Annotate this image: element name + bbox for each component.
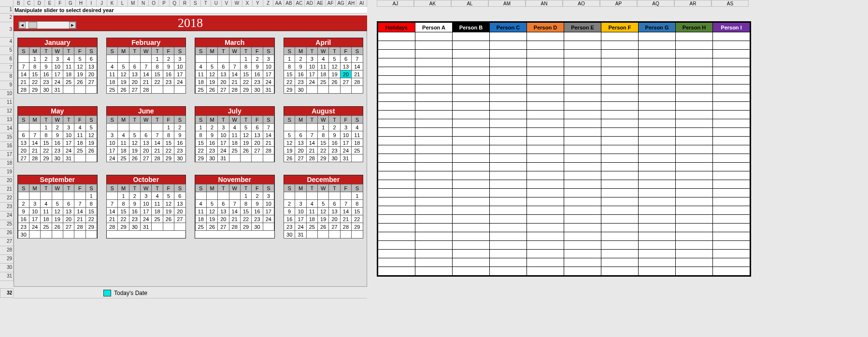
day-cell[interactable]: 23 [251, 215, 263, 223]
person-cell[interactable] [415, 189, 453, 197]
day-cell[interactable]: 7 [340, 199, 352, 208]
person-cell[interactable] [415, 93, 453, 102]
slider-right-arrow[interactable]: ► [69, 22, 76, 28]
person-cell[interactable] [601, 145, 639, 154]
person-cell[interactable] [453, 102, 490, 111]
person-cell[interactable] [490, 111, 527, 119]
day-cell[interactable]: 3 [295, 199, 306, 208]
day-cell[interactable]: 1 [351, 192, 363, 200]
person-cell[interactable] [564, 215, 601, 224]
day-cell[interactable]: 2 [284, 199, 295, 208]
day-cell[interactable]: 16 [52, 139, 63, 147]
day-cell[interactable]: 19 [240, 139, 252, 147]
day-cell[interactable]: 22 [151, 78, 163, 86]
day-cell[interactable]: 21 [306, 146, 318, 154]
day-cell[interactable]: 24 [263, 78, 274, 86]
day-cell[interactable]: 19 [117, 78, 129, 86]
day-cell[interactable]: 1 [151, 55, 163, 63]
person-cell[interactable] [453, 119, 490, 128]
person-cell[interactable] [490, 41, 527, 50]
day-cell[interactable]: 4 [195, 62, 207, 70]
person-cell[interactable] [378, 119, 415, 128]
day-cell[interactable]: 2 [251, 55, 263, 63]
day-cell[interactable]: 22 [240, 215, 252, 223]
person-cell[interactable] [453, 232, 490, 241]
person-cell[interactable] [639, 67, 676, 76]
person-cell[interactable] [676, 128, 713, 137]
day-cell[interactable]: 25 [306, 223, 318, 231]
day-cell[interactable]: 8 [240, 62, 252, 70]
person-cell[interactable] [453, 258, 490, 267]
person-cell[interactable] [378, 102, 415, 111]
day-cell[interactable]: 18 [117, 146, 129, 154]
person-cell[interactable] [564, 32, 601, 41]
person-cell[interactable] [415, 32, 453, 41]
day-cell[interactable]: 11 [195, 70, 207, 78]
person-cell[interactable] [415, 67, 453, 76]
person-cell[interactable] [490, 215, 527, 224]
day-cell[interactable]: 11 [74, 131, 85, 139]
row-header-28[interactable]: 28 [0, 246, 14, 255]
person-cell[interactable] [601, 50, 639, 58]
day-cell[interactable]: 6 [217, 62, 229, 70]
day-cell[interactable]: 24 [140, 215, 152, 223]
col-header-AM[interactable]: AM [488, 0, 526, 7]
day-cell[interactable]: 24 [340, 146, 352, 154]
day-cell[interactable]: 4 [106, 62, 118, 70]
col-header-U[interactable]: U [211, 0, 222, 7]
person-cell[interactable] [639, 189, 676, 197]
person-cell[interactable] [415, 250, 453, 258]
person-cell[interactable] [378, 197, 415, 206]
day-cell[interactable]: 8 [351, 199, 363, 208]
person-cell[interactable] [490, 154, 527, 163]
day-cell[interactable]: 1 [317, 123, 329, 131]
day-cell[interactable]: 10 [217, 131, 229, 139]
person-cell[interactable] [490, 163, 527, 171]
day-cell[interactable]: 17 [106, 146, 118, 154]
day-cell[interactable]: 20 [295, 146, 306, 154]
person-cell[interactable] [415, 145, 453, 154]
person-cell[interactable] [639, 163, 676, 171]
person-cell[interactable] [527, 189, 564, 197]
person-cell[interactable] [676, 189, 713, 197]
day-cell[interactable]: 6 [340, 55, 352, 63]
person-cell[interactable] [453, 137, 490, 145]
person-cell[interactable] [564, 67, 601, 76]
person-cell[interactable] [564, 250, 601, 258]
day-cell[interactable]: 18 [195, 215, 207, 223]
person-cell[interactable] [453, 58, 490, 67]
day-cell[interactable]: 13 [217, 207, 229, 215]
day-cell[interactable]: 2 [40, 55, 52, 63]
row-header-13[interactable]: 13 [0, 116, 14, 125]
day-cell[interactable]: 7 [151, 131, 163, 139]
day-cell[interactable]: 28 [29, 154, 41, 162]
person-cell[interactable] [378, 41, 415, 50]
day-cell[interactable]: 13 [63, 207, 74, 215]
day-cell[interactable]: 7 [351, 55, 363, 63]
person-cell[interactable] [378, 137, 415, 145]
day-cell[interactable]: 26 [129, 154, 141, 162]
day-cell[interactable]: 3 [306, 55, 318, 63]
day-cell[interactable]: 3 [340, 123, 352, 131]
day-cell[interactable]: 5 [52, 199, 63, 208]
person-cell[interactable] [676, 102, 713, 111]
person-cell[interactable] [713, 241, 750, 250]
day-cell[interactable]: 23 [295, 78, 306, 86]
person-cell[interactable] [490, 258, 527, 267]
person-cell[interactable] [676, 224, 713, 232]
col-header-AR[interactable]: AR [674, 0, 711, 7]
col-header-N[interactable]: N [138, 0, 149, 7]
day-cell[interactable]: 23 [18, 223, 29, 231]
person-cell[interactable] [490, 145, 527, 154]
day-cell[interactable]: 30 [40, 85, 52, 94]
day-cell[interactable]: 12 [117, 70, 129, 78]
person-cell[interactable] [453, 215, 490, 224]
person-cell[interactable] [453, 180, 490, 189]
year-slider[interactable]: ◄ ► [18, 21, 76, 29]
day-cell[interactable]: 14 [229, 70, 241, 78]
person-cell[interactable] [564, 50, 601, 58]
person-cell[interactable] [601, 76, 639, 84]
person-cell[interactable] [453, 76, 490, 84]
col-header-H[interactable]: H [76, 0, 86, 7]
day-cell[interactable]: 14 [18, 70, 29, 78]
